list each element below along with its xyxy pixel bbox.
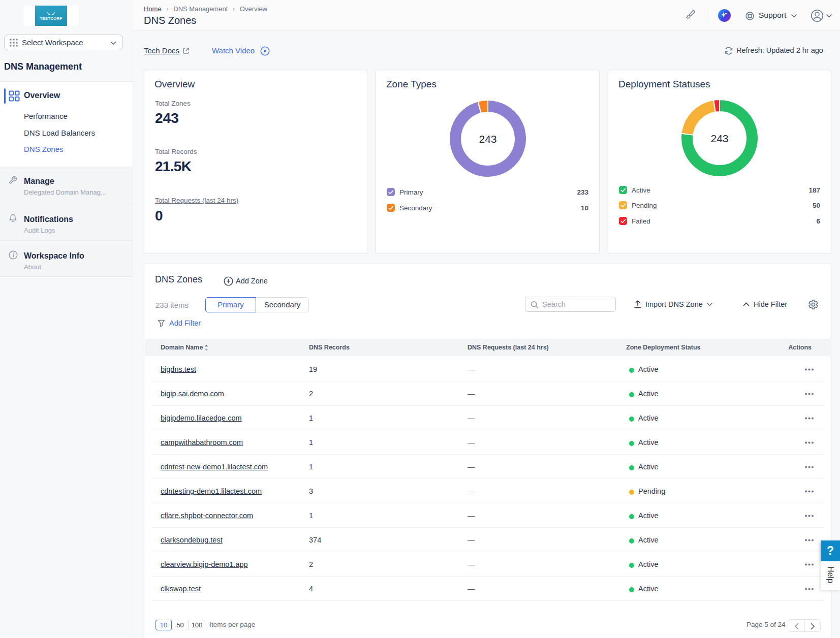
svg-text:TESTCORP: TESTCORP [40,16,63,21]
svg-text:243: 243 [710,133,728,144]
svg-text:243: 243 [479,133,496,145]
